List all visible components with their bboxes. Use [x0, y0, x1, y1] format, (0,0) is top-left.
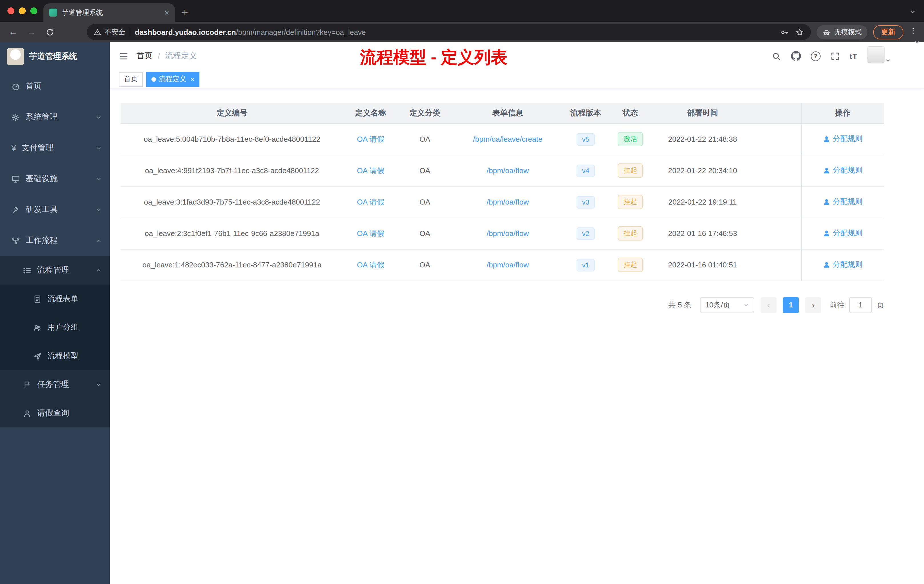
more-vert-icon[interactable] — [909, 27, 917, 37]
site-favicon — [49, 8, 57, 16]
form-link[interactable]: /bpm/oa/flow — [487, 261, 528, 269]
incognito-icon — [822, 28, 831, 36]
tag-close-icon[interactable]: × — [190, 76, 194, 82]
pagination: 共 5 条 10条/页 ‹ 1 › 前往 页 — [120, 297, 884, 313]
new-tab-button[interactable]: + — [182, 7, 188, 18]
definition-name-link[interactable]: OA 请假 — [357, 166, 384, 175]
omnibox-icons — [780, 28, 804, 36]
sidebar-item-task-management[interactable]: 任务管理 — [0, 370, 110, 399]
sidebar-item-label: 基础设施 — [26, 174, 90, 184]
breadcrumb-separator: / — [158, 51, 160, 61]
sidebar-item-leave-query[interactable]: 请假查询 — [0, 399, 110, 427]
github-icon[interactable] — [790, 51, 801, 61]
deploy-time: 2022-01-22 19:19:11 — [653, 186, 752, 218]
goto-page: 前往 页 — [830, 297, 884, 313]
form-link[interactable]: /bpm/oa/flow — [487, 198, 528, 206]
version-badge: v4 — [576, 164, 595, 177]
sidebar-item-infrastructure[interactable]: 基础设施 — [0, 163, 110, 194]
tag-home[interactable]: 首页 — [119, 72, 143, 87]
next-page-button[interactable]: › — [805, 297, 821, 313]
sidebar-item-process-management[interactable]: 流程管理 — [0, 256, 110, 285]
font-size-icon[interactable]: tT — [850, 52, 858, 60]
table-row: oa_leave:1:482ec033-762a-11ec-8477-a2380… — [120, 249, 884, 280]
chevron-up-icon — [96, 238, 102, 244]
sidebar-item-label: 首页 — [26, 81, 102, 91]
user-menu[interactable] — [868, 46, 891, 66]
tab-search-chevron-icon[interactable] — [909, 7, 916, 18]
sidebar-item-workflow[interactable]: 工作流程 — [0, 225, 110, 256]
definition-name-link[interactable]: OA 请假 — [357, 229, 384, 238]
definition-name-link[interactable]: OA 请假 — [357, 135, 384, 143]
page-size-select[interactable]: 10条/页 — [700, 297, 754, 313]
window-minimize-button[interactable] — [19, 7, 26, 14]
spacer-cell — [752, 103, 801, 124]
divider — [130, 28, 130, 36]
question-icon[interactable]: ? — [810, 51, 820, 61]
assign-rule-link[interactable]: 分配规则 — [823, 197, 863, 207]
sidebar-logo: 芋道管理系统 — [0, 42, 110, 71]
avatar[interactable] — [868, 46, 884, 63]
fullscreen-icon[interactable] — [830, 51, 840, 61]
assign-rule-link[interactable]: 分配规则 — [823, 134, 863, 144]
definition-id: oa_leave:3:1fad3d93-7b75-11ec-a3c8-acde4… — [120, 186, 343, 218]
definition-name-link[interactable]: OA 请假 — [357, 198, 384, 206]
security-badge[interactable]: 不安全 — [94, 27, 125, 37]
search-icon[interactable] — [771, 51, 781, 61]
sidebar-item-label: 工作流程 — [26, 236, 90, 246]
breadcrumb-home[interactable]: 首页 — [137, 51, 153, 61]
sidebar-item-devtools[interactable]: 研发工具 — [0, 194, 110, 225]
pagination-total: 共 5 条 — [668, 300, 691, 310]
form-link[interactable]: /bpm/oa/leave/create — [473, 135, 543, 144]
key-icon[interactable] — [780, 28, 789, 36]
sidebar-item-system[interactable]: 系统管理 — [0, 102, 110, 133]
form-link[interactable]: /bpm/oa/flow — [487, 166, 528, 175]
sidebar-item-payment[interactable]: ¥ 支付管理 — [0, 133, 110, 163]
browser-tab[interactable]: 芋道管理系统 × — [43, 3, 175, 22]
yen-icon: ¥ — [12, 144, 16, 152]
form-icon — [33, 295, 42, 303]
status-badge: 挂起 — [618, 163, 643, 178]
sidebar-item-process-form[interactable]: 流程表单 — [0, 285, 110, 313]
sidebar-item-user-group[interactable]: 用户分组 — [0, 313, 110, 342]
tag-label: 流程定义 — [159, 74, 186, 84]
caret-down-icon — [885, 55, 891, 66]
users-icon — [33, 323, 42, 332]
forward-icon[interactable]: → — [25, 27, 38, 36]
definition-name-link[interactable]: OA 请假 — [357, 260, 384, 269]
chrome-update-button[interactable]: 更新 — [873, 25, 903, 39]
version-badge: v1 — [576, 259, 595, 271]
address-bar[interactable]: 不安全 dashboard.yudao.iocoder.cn/bpm/manag… — [87, 24, 811, 40]
goto-prefix: 前往 — [830, 300, 845, 310]
prev-page-button[interactable]: ‹ — [761, 297, 777, 313]
back-icon[interactable]: ← — [7, 27, 20, 36]
reload-icon[interactable] — [43, 28, 56, 36]
security-label: 不安全 — [105, 27, 125, 37]
chevron-up-icon — [96, 267, 102, 274]
star-icon[interactable] — [795, 28, 804, 36]
goto-page-input[interactable] — [849, 297, 872, 313]
flag-icon — [23, 380, 31, 389]
assign-rule-link[interactable]: 分配规则 — [823, 165, 863, 176]
collapse-chevron-icon[interactable] — [914, 38, 921, 48]
main-panel: 首页 / 流程定义 流程模型 - 定义列表 ? tT — [110, 42, 924, 584]
sidebar-item-process-model[interactable]: 流程模型 — [0, 342, 110, 370]
browser-tab-strip: 芋道管理系统 × + — [0, 0, 924, 22]
user-icon — [823, 198, 831, 206]
tag-process-definition[interactable]: 流程定义 × — [146, 72, 200, 87]
assign-rule-link[interactable]: 分配规则 — [823, 260, 863, 270]
current-page-button[interactable]: 1 — [783, 297, 799, 313]
sidebar-item-home[interactable]: 首页 — [0, 71, 110, 102]
sidebar-item-label: 用户分组 — [48, 322, 102, 333]
app-title: 芋道管理系统 — [29, 51, 77, 62]
assign-rule-link[interactable]: 分配规则 — [823, 228, 863, 239]
column-header: 表单信息 — [452, 103, 563, 124]
window-close-button[interactable] — [7, 7, 14, 14]
table-row: oa_leave:3:1fad3d93-7b75-11ec-a3c8-acde4… — [120, 186, 884, 218]
tab-close-icon[interactable]: × — [165, 8, 169, 16]
window-zoom-button[interactable] — [30, 7, 37, 14]
definition-id: oa_leave:1:482ec033-762a-11ec-8477-a2380… — [120, 249, 343, 280]
table-row: oa_leave:5:004b710b-7b8a-11ec-8ef0-acde4… — [120, 124, 884, 155]
form-link[interactable]: /bpm/oa/flow — [487, 229, 528, 238]
definition-category: OA — [398, 186, 452, 218]
sidebar-toggle-icon[interactable] — [119, 51, 129, 61]
